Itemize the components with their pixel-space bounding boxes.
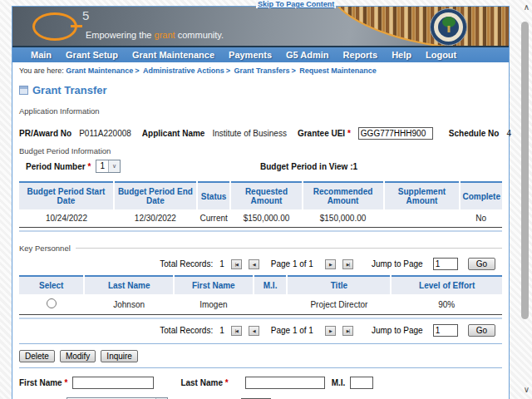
table-underline: [19, 230, 502, 232]
col-recommended-amount: Recommended Amount: [303, 182, 384, 209]
budget-period-table: Budget Period Start Date Budget Period E…: [19, 181, 502, 228]
chevron-down-icon: ∨: [108, 160, 120, 172]
g5-logo-bar: [71, 25, 82, 27]
last-name-label: Last Name *: [180, 378, 228, 387]
schedule-no-value: 4: [506, 129, 511, 138]
start-date-cell: 10/24/2022: [19, 209, 114, 228]
first-page-button[interactable]: |◀: [231, 326, 242, 336]
nav-help[interactable]: Help: [392, 50, 411, 60]
modify-button[interactable]: Modify: [60, 350, 96, 362]
nav-g5-admin[interactable]: G5 Admin: [286, 50, 329, 60]
schedule-no-label: Schedule No: [449, 129, 500, 138]
key-personnel-table: Select Last Name First Name M.I. Title L…: [19, 275, 502, 315]
mi-cell: [254, 294, 288, 315]
breadcrumb: You are here: Grant Maintenance> Adminis…: [12, 62, 509, 77]
scrollbar-thumb[interactable]: [521, 22, 529, 319]
page-title: Grant Transfer: [32, 84, 107, 96]
page-container: 5 Empowering the grant community.: [12, 6, 510, 399]
divider: [19, 343, 502, 344]
breadcrumb-separator: >: [290, 66, 298, 75]
personnel-table-header-row: Select Last Name First Name M.I. Title L…: [19, 276, 502, 294]
recommended-amount-cell: $150,000.00: [303, 209, 384, 228]
g5-application-window: Skip To Page Content 5 Empowering the gr…: [0, 0, 532, 399]
first-name-label: First Name *: [19, 378, 67, 387]
nav-reports[interactable]: Reports: [343, 50, 378, 60]
tagline-suffix: community.: [175, 30, 224, 40]
col-last-name: Last Name: [84, 276, 173, 294]
supplement-amount-cell: [384, 209, 461, 228]
col-start-date: Budget Period Start Date: [19, 182, 114, 209]
applicant-name-value: Institute of Business: [212, 129, 287, 138]
header-banner: 5 Empowering the grant community.: [12, 7, 509, 47]
col-mi: M.I.: [254, 276, 288, 294]
period-number-select[interactable]: 1 ∨: [96, 160, 121, 173]
jump-to-page-label: Jump to Page: [372, 259, 423, 268]
col-first-name: First Name: [174, 276, 254, 294]
col-supplement-amount: Supplement Amount: [384, 182, 461, 209]
budget-period-in-view: Budget Period in View :1: [260, 162, 357, 171]
personnel-pagination-top: Total Records: 1 |◀ ◀ Page 1 of 1 ▶ ▶| J…: [19, 253, 502, 273]
total-records-label: Total Records:: [160, 259, 213, 268]
page-indicator: Page 1 of 1: [271, 259, 313, 268]
col-level-of-effort: Level of Effort: [391, 276, 502, 294]
tagline-prefix: Empowering the: [86, 30, 155, 40]
inquire-button[interactable]: Inquire: [101, 350, 138, 362]
nav-logout[interactable]: Logout: [426, 50, 456, 60]
jump-to-page-label: Jump to Page: [372, 326, 423, 335]
required-asterisk: *: [87, 162, 91, 171]
application-info-fields: PR/Award No P011A220008 Applicant Name I…: [19, 127, 502, 140]
breadcrumb-grant-maintenance[interactable]: Grant Maintenance: [66, 66, 133, 75]
breadcrumb-separator: >: [133, 66, 140, 75]
last-page-button[interactable]: ▶|: [342, 326, 353, 336]
last-name-cell: Johnson: [84, 294, 173, 315]
applicant-name-label: Applicant Name: [142, 129, 205, 138]
first-name-input[interactable]: [72, 377, 154, 389]
personnel-pagination-bottom: Total Records: 1 |◀ ◀ Page 1 of 1 ▶ ▶| J…: [19, 319, 502, 340]
first-page-button[interactable]: |◀: [231, 259, 242, 269]
period-number-row: Period Number * 1 ∨ Budget Period in Vie…: [19, 160, 502, 173]
next-page-button[interactable]: ▶: [325, 259, 336, 269]
go-button[interactable]: Go: [468, 258, 495, 270]
nav-main[interactable]: Main: [31, 50, 52, 60]
go-button[interactable]: Go: [468, 324, 495, 337]
col-complete: Complete: [460, 182, 502, 209]
budget-table-row: 10/24/2022 12/30/2022 Current $150,000.0…: [19, 209, 502, 228]
last-name-input[interactable]: [245, 377, 325, 389]
pr-award-label: PR/Award No: [19, 129, 71, 138]
breadcrumb-prefix: You are here:: [19, 66, 64, 75]
seal-tree-trunk: [447, 26, 450, 32]
col-end-date: Budget Period End Date: [114, 182, 197, 209]
scroll-down-icon[interactable]: ∨: [524, 386, 530, 394]
col-requested-amount: Requested Amount: [230, 182, 302, 209]
breadcrumb-grant-transfers[interactable]: Grant Transfers: [234, 66, 290, 75]
jump-to-page-input[interactable]: [433, 258, 458, 270]
nav-payments[interactable]: Payments: [229, 50, 272, 60]
level-of-effort-cell: 90%: [391, 294, 502, 315]
nav-grant-maintenance[interactable]: Grant Maintenance: [132, 50, 214, 60]
skip-to-content-link[interactable]: Skip To Page Content: [256, 0, 336, 8]
personnel-table-row: Johnson Imogen Project Director 90%: [19, 294, 502, 315]
requested-amount-cell: $150,000.00: [230, 209, 302, 228]
previous-page-button[interactable]: ◀: [249, 326, 259, 336]
last-page-button[interactable]: ▶|: [342, 259, 353, 269]
next-page-button[interactable]: ▶: [325, 326, 336, 336]
complete-cell: No: [460, 209, 502, 228]
mi-input[interactable]: [350, 377, 373, 389]
delete-button[interactable]: Delete: [19, 350, 55, 362]
breadcrumb-administrative-actions[interactable]: Administrative Actions: [143, 66, 224, 75]
nav-grant-setup[interactable]: Grant Setup: [66, 50, 118, 60]
jump-to-page-input[interactable]: [433, 324, 458, 337]
scroll-up-icon[interactable]: ∧: [524, 3, 530, 12]
col-status: Status: [197, 182, 231, 209]
first-name-cell: Imogen: [174, 294, 254, 315]
required-asterisk: *: [347, 129, 351, 138]
total-records-value: 1: [219, 259, 224, 268]
status-cell: Current: [197, 209, 231, 228]
grantee-uei-label: Grantee UEI *: [298, 129, 351, 138]
personnel-action-buttons: Delete Modify Inquire: [19, 350, 502, 362]
divider: [19, 367, 502, 368]
grantee-uei-input[interactable]: [358, 127, 433, 140]
select-person-radio[interactable]: [47, 298, 57, 308]
previous-page-button[interactable]: ◀: [249, 259, 259, 269]
breadcrumb-request-maintenance[interactable]: Request Maintenance: [299, 66, 377, 75]
